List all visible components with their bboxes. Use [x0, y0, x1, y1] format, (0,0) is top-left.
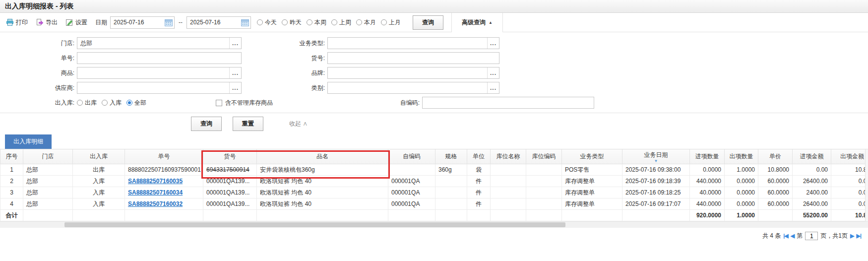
chevron-up-icon: ∧: [303, 120, 308, 127]
column-header-13[interactable]: 进项数量: [690, 149, 725, 164]
io-option-1[interactable]: 入库: [102, 99, 122, 107]
quick-range-2[interactable]: 本周: [307, 18, 326, 27]
column-header-8[interactable]: 单位: [467, 149, 491, 164]
quick-range-5[interactable]: 上月: [381, 18, 401, 27]
quick-ranges: 今天昨天本周上周本月上月: [257, 18, 406, 27]
column-header-3[interactable]: 单号: [125, 149, 203, 164]
table-cell: SA88882507160032: [125, 198, 203, 210]
column-header-9[interactable]: 库位名称: [491, 149, 526, 164]
printer-icon: [6, 18, 14, 26]
radio-icon[interactable]: [126, 100, 132, 106]
collapse-panel-button[interactable]: 收起 ∧: [289, 120, 308, 128]
store-label: 门店:: [0, 39, 77, 48]
settings-button[interactable]: 设置: [65, 18, 87, 27]
totals-cell: [125, 210, 203, 221]
io-direction-label: 出入库:: [0, 99, 77, 107]
ellipsis-picker-button[interactable]: ...: [229, 38, 241, 49]
radio-icon[interactable]: [102, 100, 108, 106]
column-header-6[interactable]: 自编码: [388, 149, 435, 164]
vertical-scrollbar[interactable]: [865, 149, 868, 221]
radio-icon[interactable]: [307, 19, 312, 25]
quick-range-4[interactable]: 本月: [356, 18, 376, 27]
ellipsis-picker-button[interactable]: ...: [229, 82, 241, 93]
first-page-icon[interactable]: |◀: [783, 233, 788, 239]
filter-reset-button[interactable]: 重置: [233, 117, 263, 131]
io-option-2[interactable]: 全部: [126, 99, 146, 107]
quick-range-3[interactable]: 上周: [331, 18, 351, 27]
column-header-1[interactable]: 门店: [23, 149, 73, 164]
quick-range-label: 本月: [364, 18, 376, 27]
quick-range-0[interactable]: 今天: [257, 18, 277, 27]
table-cell: 000001QA139...: [203, 176, 257, 187]
table-cell: [435, 176, 467, 187]
prev-page-icon[interactable]: ◀: [791, 233, 794, 239]
doc-link[interactable]: SA88882507160032: [128, 200, 183, 207]
next-page-icon[interactable]: ▶: [850, 233, 854, 239]
column-header-12[interactable]: 业务日期▼: [622, 149, 690, 164]
date-to-value: 2025-07-16: [190, 19, 220, 26]
table-cell: 8888022507160937590001: [125, 164, 203, 176]
checkbox-icon[interactable]: [216, 100, 222, 106]
column-header-0[interactable]: 序号: [0, 149, 23, 164]
column-header-11[interactable]: 业务类型: [562, 149, 622, 164]
radio-icon[interactable]: [282, 19, 288, 25]
table-cell: 1.0000: [725, 164, 758, 176]
column-header-16[interactable]: 进项金额: [793, 149, 831, 164]
calendar-icon[interactable]: [165, 19, 173, 26]
doc-link[interactable]: SA88882507160035: [128, 178, 183, 185]
radio-icon[interactable]: [381, 19, 387, 25]
column-header-4[interactable]: 货号: [203, 149, 257, 164]
ellipsis-picker-button[interactable]: ...: [229, 67, 241, 78]
product-input[interactable]: ...: [77, 67, 242, 79]
toolbar-search-button[interactable]: 查询: [413, 15, 443, 30]
radio-icon[interactable]: [331, 19, 337, 25]
supplier-input[interactable]: ...: [77, 82, 242, 94]
table-cell: 4: [0, 198, 23, 210]
custom-code-label: 自编码:: [379, 99, 422, 107]
item-no-label: 货号:: [242, 54, 327, 63]
column-header-7[interactable]: 规格: [435, 149, 467, 164]
include-unmanaged-checkbox-group[interactable]: 含不管理库存商品: [216, 99, 340, 107]
category-input[interactable]: ...: [327, 82, 499, 94]
table-cell: POS零售: [562, 164, 622, 176]
column-header-10[interactable]: 库位编码: [526, 149, 562, 164]
quick-range-1[interactable]: 昨天: [282, 18, 302, 27]
column-header-2[interactable]: 出入库: [73, 149, 125, 164]
table-cell: 360g: [435, 164, 467, 176]
horizontal-scrollbar-thumb[interactable]: [64, 222, 565, 227]
column-header-15[interactable]: 单价: [758, 149, 793, 164]
totals-cell: [562, 210, 622, 221]
brand-input[interactable]: ...: [327, 67, 499, 79]
custom-code-input[interactable]: [422, 97, 594, 109]
radio-icon[interactable]: [356, 19, 362, 25]
column-header-5[interactable]: 品名: [257, 149, 388, 164]
column-header-14[interactable]: 出项数量: [725, 149, 758, 164]
doc-link[interactable]: SA88882507160034: [128, 189, 183, 196]
item-no-input[interactable]: ...: [327, 52, 499, 64]
table-cell: [435, 198, 467, 210]
io-option-0[interactable]: 出库: [77, 99, 97, 107]
radio-icon[interactable]: [257, 19, 263, 25]
tab-inout-detail[interactable]: 出入库明细: [5, 134, 52, 149]
export-button[interactable]: 导出: [36, 18, 58, 27]
column-header-17[interactable]: 出项金额: [831, 149, 868, 164]
advanced-search-button[interactable]: 高级查询 ▲: [451, 13, 503, 32]
date-from-input[interactable]: 2025-07-16: [110, 16, 175, 29]
filter-search-button[interactable]: 查询: [191, 117, 222, 131]
page-number-input[interactable]: [805, 232, 818, 240]
ellipsis-picker-button[interactable]: ...: [487, 38, 499, 49]
calendar-icon[interactable]: [241, 19, 249, 26]
radio-icon[interactable]: [77, 100, 83, 106]
last-page-icon[interactable]: ▶|: [856, 233, 861, 239]
ellipsis-picker-button[interactable]: ...: [487, 82, 499, 93]
table-cell: 10.8000: [758, 164, 793, 176]
store-input[interactable]: 总部 ...: [77, 37, 242, 49]
print-button[interactable]: 打印: [6, 18, 28, 27]
date-to-input[interactable]: 2025-07-16: [186, 16, 251, 29]
biz-type-input[interactable]: ...: [327, 37, 499, 49]
table-cell: [526, 176, 562, 187]
ellipsis-picker-button[interactable]: ...: [487, 67, 499, 78]
doc-no-input[interactable]: ...: [77, 52, 242, 64]
table-cell: 0.0000: [690, 164, 725, 176]
horizontal-scrollbar[interactable]: [0, 221, 868, 228]
